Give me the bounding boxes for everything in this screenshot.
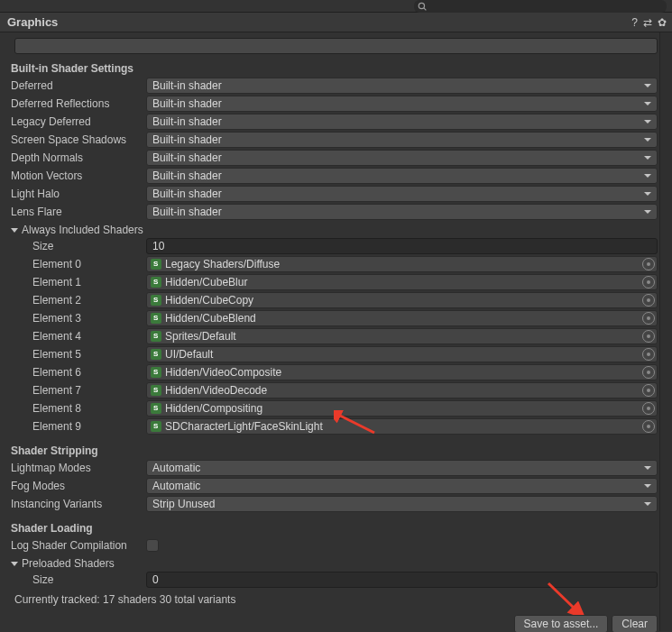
- element-label: Element 9: [9, 420, 146, 433]
- inspector-header: Graphics ? ⇄ ✿: [0, 13, 672, 32]
- search-icon: [418, 2, 427, 11]
- shader-prop-label: Deferred Reflections: [9, 97, 146, 110]
- object-picker-icon[interactable]: [642, 294, 655, 307]
- element-label: Element 5: [9, 348, 146, 361]
- shader-object-field[interactable]: Hidden/CubeCopy: [146, 292, 658, 308]
- shader-prop-dropdown[interactable]: Built-in shader: [146, 96, 658, 112]
- chevron-down-icon: [644, 138, 651, 142]
- tab-bar: [0, 0, 672, 13]
- shader-object-field[interactable]: UI/Default: [146, 346, 658, 362]
- chevron-down-icon: [644, 156, 651, 160]
- shader-asset-icon: [151, 421, 161, 432]
- shader-object-field[interactable]: Hidden/CubeBlur: [146, 274, 658, 290]
- element-label: Element 4: [9, 330, 146, 343]
- shader-object-field[interactable]: Hidden/CubeBlend: [146, 310, 658, 326]
- shader-prop-label: Light Halo: [9, 188, 146, 200]
- preloaded-size-label: Size: [9, 573, 146, 586]
- foldout-always-included[interactable]: Always Included Shaders: [9, 222, 663, 238]
- object-picker-icon[interactable]: [642, 312, 655, 325]
- chevron-down-icon: [11, 228, 18, 233]
- chevron-down-icon: [644, 502, 651, 506]
- shader-prop-dropdown[interactable]: Built-in shader: [146, 132, 658, 148]
- shader-prop-label: Screen Space Shadows: [9, 133, 146, 146]
- element-label: Element 3: [9, 312, 146, 325]
- element-label: Element 6: [9, 366, 146, 379]
- shader-prop-dropdown[interactable]: Built-in shader: [146, 78, 658, 94]
- chevron-down-icon: [644, 120, 651, 124]
- object-picker-icon[interactable]: [642, 402, 655, 415]
- shader-prop-label: Lens Flare: [9, 206, 146, 218]
- foldout-label: Preloaded Shaders: [22, 557, 115, 570]
- tracked-text: Currently tracked: 17 shaders 30 total v…: [9, 590, 663, 615]
- svg-point-0: [419, 3, 424, 8]
- presets-icon[interactable]: ⇄: [643, 16, 652, 29]
- chevron-down-icon: [644, 192, 651, 196]
- shader-prop-dropdown[interactable]: Built-in shader: [146, 114, 658, 130]
- object-picker-icon[interactable]: [642, 366, 655, 379]
- shader-asset-icon: [151, 331, 161, 342]
- object-picker-icon[interactable]: [642, 420, 655, 433]
- object-picker-icon[interactable]: [642, 384, 655, 397]
- preloaded-size-input[interactable]: 0: [146, 572, 658, 588]
- element-label: Element 0: [9, 258, 146, 270]
- chevron-down-icon: [644, 174, 651, 178]
- instancing-label: Instancing Variants: [9, 498, 146, 510]
- foldout-preloaded[interactable]: Preloaded Shaders: [9, 555, 663, 572]
- save-to-asset-button[interactable]: Save to asset...: [514, 615, 609, 632]
- lightmap-dropdown[interactable]: Automatic: [146, 460, 658, 476]
- element-label: Element 7: [9, 384, 146, 397]
- shader-prop-dropdown[interactable]: Built-in shader: [146, 168, 658, 184]
- shader-asset-icon: [151, 349, 161, 360]
- shader-asset-icon: [151, 313, 161, 324]
- shader-asset-icon: [151, 385, 161, 396]
- fog-label: Fog Modes: [9, 480, 146, 492]
- object-picker-icon[interactable]: [642, 276, 655, 289]
- search-input[interactable]: [414, 0, 667, 13]
- object-picker-icon[interactable]: [642, 348, 655, 361]
- instancing-dropdown[interactable]: Strip Unused: [146, 496, 658, 512]
- element-label: Element 2: [9, 294, 146, 307]
- section-shader-settings: Built-in Shader Settings: [9, 60, 663, 78]
- shader-prop-label: Motion Vectors: [9, 169, 146, 182]
- shader-asset-icon: [151, 295, 161, 306]
- shader-prop-dropdown[interactable]: Built-in shader: [146, 150, 658, 166]
- shader-prop-label: Legacy Deferred: [9, 115, 146, 128]
- element-label: Element 1: [9, 276, 146, 289]
- shader-object-field[interactable]: Hidden/Compositing: [146, 400, 658, 417]
- lightmap-label: Lightmap Modes: [9, 462, 146, 474]
- svg-line-1: [424, 8, 427, 11]
- clear-button[interactable]: Clear: [612, 615, 658, 632]
- fog-dropdown[interactable]: Automatic: [146, 478, 658, 494]
- shader-object-field[interactable]: SDCharacterLight/FaceSkinLight: [146, 418, 658, 435]
- shader-object-field[interactable]: Legacy Shaders/Diffuse: [146, 256, 658, 272]
- help-icon[interactable]: ?: [631, 16, 638, 29]
- chevron-down-icon: [644, 484, 651, 488]
- chevron-down-icon: [11, 562, 18, 566]
- size-label: Size: [9, 240, 146, 252]
- shader-asset-icon: [151, 367, 161, 378]
- object-picker-icon[interactable]: [642, 258, 655, 270]
- shader-object-field[interactable]: Hidden/VideoDecode: [146, 382, 658, 398]
- page-title: Graphics: [7, 15, 58, 29]
- element-label: Element 8: [9, 402, 146, 415]
- object-picker-icon[interactable]: [642, 330, 655, 343]
- shader-prop-dropdown[interactable]: Built-in shader: [146, 186, 658, 202]
- size-input[interactable]: 10: [146, 238, 658, 254]
- shader-object-field[interactable]: Hidden/VideoComposite: [146, 364, 658, 380]
- shader-prop-label: Deferred: [9, 79, 146, 92]
- log-compilation-checkbox[interactable]: [146, 539, 159, 552]
- section-shader-loading: Shader Loading: [9, 519, 663, 537]
- chevron-down-icon: [644, 84, 651, 87]
- shader-prop-label: Depth Normals: [9, 151, 146, 164]
- chevron-down-icon: [644, 466, 651, 470]
- shader-asset-icon: [151, 277, 161, 288]
- shader-prop-dropdown[interactable]: Built-in shader: [146, 204, 658, 220]
- chevron-down-icon: [644, 210, 651, 214]
- property-field[interactable]: [14, 38, 658, 54]
- section-shader-stripping: Shader Stripping: [9, 442, 663, 460]
- foldout-label: Always Included Shaders: [22, 224, 143, 236]
- log-compilation-label: Log Shader Compilation: [9, 539, 146, 552]
- shader-asset-icon: [151, 259, 161, 270]
- shader-object-field[interactable]: Sprites/Default: [146, 328, 658, 344]
- gear-icon[interactable]: ✿: [658, 16, 667, 29]
